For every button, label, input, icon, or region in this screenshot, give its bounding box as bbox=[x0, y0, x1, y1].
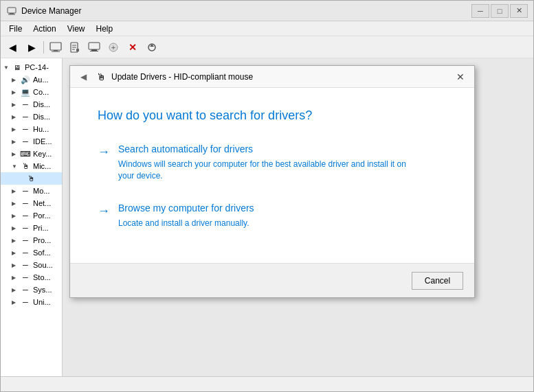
tree-item-monitors[interactable]: ▶ ─ Mo... bbox=[1, 185, 62, 197]
audio-label: Au... bbox=[33, 76, 49, 84]
dialog-body: How do you want to search for drivers? →… bbox=[70, 88, 474, 263]
tree-item-keyboard[interactable]: ▶ ⌨ Key... bbox=[1, 148, 62, 160]
system-arrow: ▶ bbox=[12, 287, 20, 293]
sound-arrow: ▶ bbox=[12, 262, 20, 268]
tree-root[interactable]: ▼ PC-14- bbox=[1, 61, 62, 73]
tree-item-mouse-device[interactable]: 🖱 bbox=[1, 172, 62, 185]
tree-item-computer[interactable]: ▶ 💻 Co... bbox=[1, 86, 62, 98]
root-icon bbox=[12, 62, 23, 73]
monitors-arrow: ▶ bbox=[12, 188, 20, 194]
cancel-button[interactable]: Cancel bbox=[412, 272, 463, 290]
human-icon: ─ bbox=[20, 124, 31, 135]
maximize-button[interactable]: □ bbox=[491, 4, 509, 18]
processors-label: Pro... bbox=[33, 236, 51, 244]
tree-item-processors[interactable]: ▶ ─ Pro... bbox=[1, 234, 62, 246]
keyboard-label: Key... bbox=[33, 150, 52, 158]
toolbar-devmgr-btn[interactable] bbox=[47, 39, 65, 56]
monitors-icon: ─ bbox=[20, 185, 31, 196]
storage-icon: ─ bbox=[20, 272, 31, 283]
printers-arrow: ▶ bbox=[12, 225, 20, 231]
toolbar-display-btn[interactable] bbox=[85, 39, 103, 56]
dialog-title-text: Update Drivers - HID-compliant mouse bbox=[111, 72, 253, 82]
svg-rect-4 bbox=[54, 50, 58, 51]
menu-view[interactable]: View bbox=[62, 23, 91, 35]
tree-item-usb[interactable]: ▶ ─ Uni... bbox=[1, 296, 62, 308]
auto-search-desc: Windows will search your computer for th… bbox=[118, 159, 414, 182]
menu-help[interactable]: Help bbox=[91, 23, 119, 35]
window-title: Device Manager bbox=[21, 6, 471, 16]
toolbar-back-btn[interactable]: ◀ bbox=[3, 39, 21, 56]
toolbar-properties-btn[interactable] bbox=[66, 39, 84, 56]
usb-label: Uni... bbox=[33, 298, 51, 306]
svg-rect-1 bbox=[10, 13, 14, 14]
window-close-button[interactable]: ✕ bbox=[510, 4, 528, 18]
mice-label: Mic... bbox=[33, 162, 51, 170]
svg-rect-5 bbox=[52, 51, 60, 51]
tree-item-audio[interactable]: ▶ 🔊 Au... bbox=[1, 73, 62, 86]
software-arrow: ▶ bbox=[12, 250, 20, 256]
dialog-close-button[interactable]: ✕ bbox=[452, 69, 469, 84]
svg-text:+: + bbox=[111, 43, 115, 51]
sound-label: Sou... bbox=[33, 261, 53, 269]
software-icon: ─ bbox=[20, 247, 31, 258]
tree-item-display[interactable]: ▶ ─ Dis... bbox=[1, 111, 62, 123]
menu-action[interactable]: Action bbox=[27, 23, 61, 35]
display-label: Dis... bbox=[33, 113, 50, 121]
printers-icon: ─ bbox=[20, 222, 31, 233]
dialog-mouse-icon: 🖱 bbox=[95, 71, 107, 83]
dialog-heading: How do you want to search for drivers? bbox=[98, 108, 447, 123]
tree-item-network[interactable]: ▶ ─ Net... bbox=[1, 197, 62, 209]
display-icon: ─ bbox=[20, 111, 31, 122]
ide-label: IDE... bbox=[33, 137, 52, 146]
human-label: Hu... bbox=[33, 125, 49, 133]
menu-file[interactable]: File bbox=[3, 23, 27, 35]
option-browse[interactable]: → Browse my computer for drivers Locate … bbox=[98, 203, 447, 229]
tree-item-storage[interactable]: ▶ ─ Sto... bbox=[1, 271, 62, 284]
keyboard-icon: ⌨ bbox=[20, 148, 31, 159]
dialog-back-button[interactable]: ◀ bbox=[76, 69, 91, 84]
tree-item-ide[interactable]: ▶ ─ IDE... bbox=[1, 135, 62, 148]
menu-bar: File Action View Help bbox=[1, 21, 533, 36]
browse-title: Browse my computer for drivers bbox=[118, 203, 254, 214]
update-drivers-dialog: ◀ 🖱 Update Drivers - HID-compliant mouse… bbox=[69, 65, 475, 298]
window-controls: ─ □ ✕ bbox=[471, 4, 528, 18]
tree-item-sound[interactable]: ▶ ─ Sou... bbox=[1, 259, 62, 271]
mouse-device-icon: 🖱 bbox=[25, 173, 36, 184]
tree-item-printers[interactable]: ▶ ─ Pri... bbox=[1, 222, 62, 234]
tree-item-human[interactable]: ▶ ─ Hu... bbox=[1, 123, 62, 135]
tree-item-system[interactable]: ▶ ─ Sys... bbox=[1, 284, 62, 296]
tree-item-disk[interactable]: ▶ ─ Dis... bbox=[1, 98, 62, 111]
network-icon: ─ bbox=[20, 198, 31, 209]
status-bar bbox=[1, 376, 533, 391]
svg-rect-13 bbox=[90, 51, 98, 51]
port-arrow: ▶ bbox=[12, 213, 20, 219]
disk-arrow: ▶ bbox=[12, 102, 20, 108]
option-auto-search[interactable]: → Search automatically for drivers Windo… bbox=[98, 143, 447, 182]
processors-arrow: ▶ bbox=[12, 238, 20, 244]
svg-rect-3 bbox=[50, 43, 61, 50]
toolbar-add-btn[interactable]: + bbox=[104, 39, 122, 56]
toolbar: ◀ ▶ bbox=[1, 36, 533, 58]
tree-item-software[interactable]: ▶ ─ Sof... bbox=[1, 246, 62, 259]
usb-icon: ─ bbox=[20, 297, 31, 308]
usb-arrow: ▶ bbox=[12, 299, 20, 305]
svg-rect-0 bbox=[8, 8, 16, 13]
title-bar: Device Manager ─ □ ✕ bbox=[1, 1, 533, 21]
mice-arrow: ▼ bbox=[12, 163, 20, 170]
software-label: Sof... bbox=[33, 249, 51, 257]
device-tree: ▼ PC-14- ▶ 🔊 Au... ▶ 💻 Co... ▶ bbox=[1, 58, 63, 376]
keyboard-arrow: ▶ bbox=[12, 151, 20, 157]
toolbar-forward-btn[interactable]: ▶ bbox=[23, 39, 41, 56]
toolbar-remove-btn[interactable]: ✕ bbox=[124, 39, 142, 56]
toolbar-refresh-btn[interactable] bbox=[143, 39, 161, 56]
ide-icon: ─ bbox=[20, 136, 31, 147]
tree-item-mice[interactable]: ▼ 🖱 Mic... bbox=[1, 160, 62, 172]
monitors-label: Mo... bbox=[33, 187, 49, 195]
display-arrow: ▶ bbox=[12, 114, 20, 120]
sound-icon: ─ bbox=[20, 260, 31, 270]
dialog-title-bar: ◀ 🖱 Update Drivers - HID-compliant mouse… bbox=[70, 66, 474, 88]
minimize-button[interactable]: ─ bbox=[471, 4, 489, 18]
tree-item-port[interactable]: ▶ ─ Por... bbox=[1, 209, 62, 222]
audio-icon: 🔊 bbox=[20, 74, 31, 85]
computer-arrow: ▶ bbox=[12, 89, 20, 95]
